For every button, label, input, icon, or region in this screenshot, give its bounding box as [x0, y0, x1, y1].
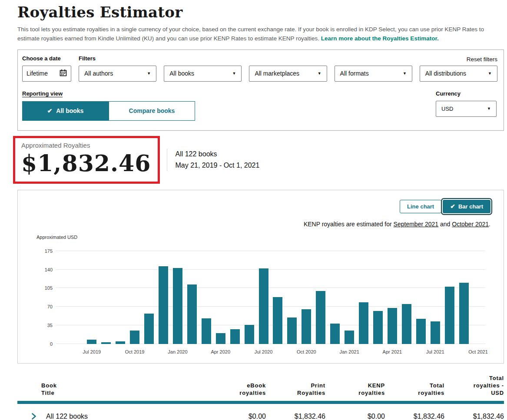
line-chart-button[interactable]: Line chart	[400, 200, 441, 213]
x-axis-tick-label: Jan 2021	[339, 349, 359, 354]
row-value-4: $1,832.46	[444, 413, 504, 420]
page-description: This tool lets you estimate royalties in…	[17, 25, 505, 43]
date-range-picker[interactable]: Lifetime	[22, 66, 71, 82]
chart-type-toggle: Line chart ✔ Bar chart	[31, 200, 490, 213]
bar-aug-2021[interactable]	[445, 287, 454, 344]
check-icon: ✔	[450, 203, 455, 210]
dropdown-value: All authors	[84, 70, 113, 77]
bar-mar-2021[interactable]	[373, 311, 383, 344]
chevron-down-icon: ▼	[232, 71, 236, 76]
table-row: All 122 books$0.00$1,832.46$0.00$1,832.4…	[17, 404, 504, 420]
compare-books-toggle-button[interactable]: Compare books	[109, 101, 195, 121]
line-chart-label: Line chart	[407, 203, 434, 210]
filter-dropdown-all-marketplaces[interactable]: All marketplaces▼	[249, 66, 327, 82]
reset-filters-link[interactable]: Reset filters	[467, 56, 497, 63]
y-axis-tick-label: 175	[37, 248, 53, 254]
expand-chevron-icon[interactable]	[31, 413, 36, 420]
y-axis-tick-label: 140	[37, 267, 53, 272]
bar-jun-2021[interactable]	[416, 319, 426, 344]
summary-books-count: All 122 books	[175, 149, 259, 160]
filter-dropdown-all-formats[interactable]: All formats▼	[335, 66, 412, 82]
bar-jun-2020[interactable]	[245, 325, 254, 344]
check-icon: ✔	[47, 107, 53, 114]
filters-block: Filters All authors▼All books▼All market…	[79, 55, 497, 82]
bar-jul-2020[interactable]	[259, 268, 268, 344]
gridline	[56, 251, 485, 251]
approximated-royalties-amount: $1,832.46	[21, 150, 151, 176]
bar-dec-2019[interactable]	[159, 266, 168, 344]
currency-block: Currency USD ▼	[436, 90, 497, 121]
kenp-month-1-link[interactable]: September 2021	[394, 221, 439, 228]
kenp-note-period: .	[489, 221, 490, 228]
currency-dropdown[interactable]: USD ▼	[436, 101, 497, 117]
reporting-view-label[interactable]: Reporting view	[22, 90, 195, 97]
table-header-col-5: Total royalties - USD	[444, 375, 504, 397]
y-axis-tick-label: 0	[37, 341, 53, 347]
bar-chart-button[interactable]: ✔ Bar chart	[443, 200, 490, 213]
kenp-estimate-note: KENP royalties are estimated for Septemb…	[31, 221, 490, 228]
dropdown-value: All distributions	[425, 70, 466, 77]
y-axis-tick-label: 35	[37, 323, 53, 328]
row-value-0: $0.00	[206, 413, 266, 420]
dropdown-value: All books	[169, 70, 194, 77]
gridline	[56, 288, 485, 288]
dropdown-value: All marketplaces	[255, 70, 299, 77]
choose-date-label: Choose a date	[22, 55, 79, 62]
bar-oct-2019[interactable]	[130, 331, 139, 344]
bar-may-2021[interactable]	[402, 304, 411, 344]
x-axis-tick-label: Apr 2021	[383, 349, 402, 354]
filter-panel: Reset filters Choose a date Lifetime	[17, 50, 504, 131]
summary-meta: All 122 books May 21, 2019 - Oct 1, 2021	[167, 149, 259, 171]
row-title-cell: All 122 books	[17, 413, 206, 420]
bar-sep-2021[interactable]	[459, 283, 469, 344]
bar-aug-2019[interactable]	[101, 342, 111, 344]
chevron-down-icon: ▼	[147, 71, 151, 76]
row-value-3: $1,832.46	[385, 413, 444, 420]
bar-mar-2020[interactable]	[202, 318, 211, 344]
table-body: All 122 books$0.00$1,832.46$0.00$1,832.4…	[17, 404, 504, 420]
bar-feb-2020[interactable]	[187, 284, 197, 344]
bar-nov-2019[interactable]	[144, 314, 154, 344]
calendar-icon	[60, 69, 67, 78]
filter-dropdown-all-distributions[interactable]: All distributions▼	[420, 66, 497, 82]
table-header-divider	[17, 401, 504, 404]
bar-sep-2020[interactable]	[287, 317, 297, 344]
row-title: All 122 books	[46, 413, 88, 420]
bar-jul-2021[interactable]	[431, 321, 440, 344]
chevron-down-icon: ▼	[488, 71, 492, 76]
chart-panel: Line chart ✔ Bar chart KENP royalties ar…	[17, 190, 504, 364]
currency-label: Currency	[436, 90, 497, 97]
royalties-table: Book TitleeBook royaltiesPrint Royalties…	[17, 375, 504, 420]
royalties-bar-chart: Approximated USD 03570105140175Jul 2019O…	[31, 235, 490, 344]
x-axis-tick-label: Oct 2019	[125, 349, 145, 354]
row-value-1: $1,832.46	[266, 413, 325, 420]
currency-value: USD	[441, 106, 453, 112]
kenp-month-2-link[interactable]: October 2021	[452, 221, 489, 228]
all-books-toggle-button[interactable]: ✔ All books	[22, 101, 109, 121]
bar-feb-2021[interactable]	[359, 302, 368, 344]
bar-jan-2020[interactable]	[173, 268, 182, 344]
bar-jul-2019[interactable]	[87, 340, 96, 344]
bar-apr-2021[interactable]	[388, 308, 397, 344]
bar-nov-2020[interactable]	[316, 291, 325, 344]
filter-top-row: Choose a date Lifetime	[22, 55, 497, 82]
bar-dec-2020[interactable]	[330, 324, 340, 344]
filters-label: Filters	[79, 55, 497, 62]
dropdown-value: All formats	[340, 70, 369, 77]
bar-apr-2020[interactable]	[216, 333, 225, 344]
bar-jan-2021[interactable]	[345, 331, 354, 344]
table-header-col-0: Book Title	[17, 382, 206, 397]
y-axis-tick-label: 105	[37, 285, 53, 291]
filter-dropdown-all-authors[interactable]: All authors▼	[79, 66, 156, 82]
bar-may-2020[interactable]	[230, 329, 240, 344]
bar-sep-2019[interactable]	[116, 341, 125, 344]
gridline	[56, 306, 485, 307]
x-axis-tick-label: Oct 2020	[297, 349, 316, 354]
bar-oct-2020[interactable]	[302, 309, 311, 344]
learn-more-link[interactable]: Learn more about the Royalties Estimator…	[321, 35, 439, 42]
bar-aug-2020[interactable]	[273, 297, 282, 344]
filter-bottom-row: Reporting view ✔ All books Compare books…	[22, 90, 497, 121]
filter-dropdown-all-books[interactable]: All books▼	[164, 66, 242, 82]
summary-date-range: May 21, 2019 - Oct 1, 2021	[175, 160, 259, 171]
date-filter-block: Choose a date Lifetime	[22, 55, 79, 82]
